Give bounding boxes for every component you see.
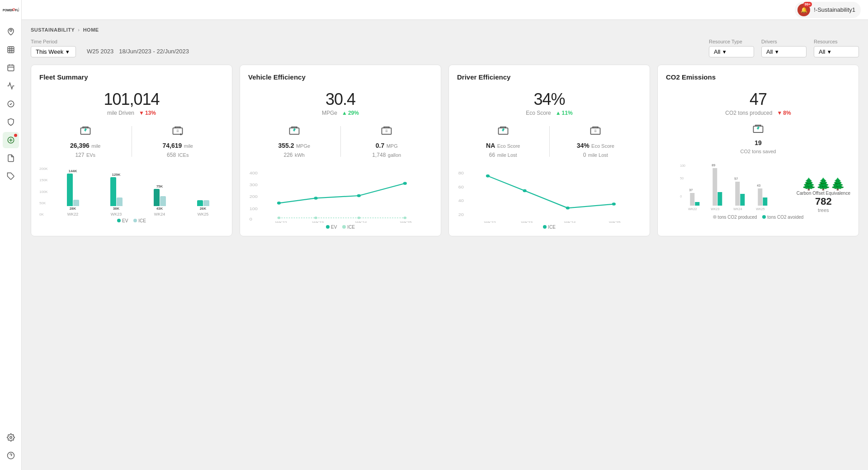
time-period-value: This Week	[36, 48, 63, 55]
vehicle-chart: 400 300 200 100 0	[248, 167, 433, 230]
svg-rect-16	[382, 128, 392, 134]
ev-icon	[79, 124, 92, 140]
badge-nav-icon[interactable]	[3, 96, 19, 112]
trees-value: 782	[815, 196, 832, 207]
svg-text:0: 0	[250, 217, 253, 221]
svg-point-25	[403, 182, 407, 185]
co2-main-unit: CO2 tons produced ▼ 8%	[666, 110, 850, 116]
dashboard-grid: Fleet Summary 101,014 mile Driven ▼ 13%	[31, 65, 859, 236]
chevron-icon2: ▾	[775, 48, 778, 55]
filters-right: Resource Type All ▾ Drivers All ▾ Resour…	[709, 39, 859, 57]
co2-title: CO2 Emissions	[666, 73, 850, 81]
svg-rect-58	[758, 188, 762, 206]
svg-rect-55	[717, 192, 722, 206]
drivers-label: Drivers	[761, 39, 807, 44]
svg-text:60: 60	[458, 185, 464, 189]
calendar-nav-icon[interactable]	[3, 60, 19, 76]
vehicle-sub-metrics: 355.2 MPGe 226 kWh	[248, 124, 433, 159]
co2-chart: 100 50 0	[666, 161, 850, 230]
map-nav-icon[interactable]	[3, 42, 19, 58]
time-period-label: Time Period	[31, 39, 76, 44]
chevron-icon: ▾	[723, 48, 726, 55]
resource-type-filter: Resource Type All ▾	[709, 39, 754, 57]
svg-point-22	[277, 202, 281, 205]
svg-text:POWER: POWER	[3, 9, 14, 12]
app-logo: POWER FLEET ®	[3, 5, 19, 15]
topbar: 🔔 99+ !-Sustainability1	[22, 0, 868, 20]
svg-rect-53	[695, 202, 699, 206]
co2-trees: 🌲🌲🌲 Carbon Offset Equivalence 782 trees	[797, 178, 850, 213]
svg-text:50: 50	[680, 177, 684, 180]
tree-icons: 🌲🌲🌲	[802, 178, 845, 190]
svg-point-42	[566, 207, 570, 210]
svg-rect-5	[8, 47, 14, 53]
chevron-icon3: ▾	[828, 48, 831, 55]
svg-point-40	[486, 174, 490, 178]
svg-text:100: 100	[680, 164, 685, 167]
svg-rect-57	[740, 194, 745, 206]
sustainability-nav-icon[interactable]	[3, 132, 19, 148]
fleet-legend: EV ICE	[39, 218, 224, 223]
vehicle-ice-icon	[380, 124, 393, 140]
svg-point-10	[9, 437, 12, 439]
vehicle-efficiency-title: Vehicle Efficiency	[248, 73, 433, 81]
shield-nav-icon[interactable]	[3, 114, 19, 130]
resources-label: Resources	[814, 39, 859, 44]
driver-main-value: 34%	[457, 90, 642, 109]
sidebar-bottom	[3, 428, 19, 465]
ice-icon	[171, 124, 184, 140]
drivers-select[interactable]: All ▾	[761, 46, 807, 57]
driver-change: ▲ 11%	[556, 110, 573, 116]
vehicle-change: ▲ 29%	[342, 110, 359, 116]
fleet-main-unit: mile Driven ▼ 13%	[39, 110, 224, 116]
svg-point-27	[314, 216, 317, 219]
driver-main-unit: Eco Score ▲ 11%	[457, 110, 642, 116]
vehicle-main-metric: 30.4 MPGe ▲ 29%	[248, 90, 433, 116]
fleet-summary-card: Fleet Summary 101,014 mile Driven ▼ 13%	[31, 65, 232, 236]
svg-text:WK22: WK22	[484, 221, 496, 223]
analytics-nav-icon[interactable]	[3, 78, 19, 94]
svg-text:WK23: WK23	[711, 207, 719, 211]
svg-text:WK23: WK23	[312, 221, 324, 223]
breadcrumb-current: HOME	[83, 27, 99, 33]
svg-rect-13	[173, 128, 183, 134]
co2-legend: tons CO2 produced tons CO2 avoided	[666, 215, 850, 220]
vehicle-main-unit: MPGe ▲ 29%	[248, 110, 433, 116]
home-nav-icon[interactable]	[3, 24, 19, 40]
drivers-value: All	[766, 48, 773, 55]
resources-select[interactable]: All ▾	[814, 46, 859, 57]
co2-saved-icon	[666, 122, 850, 138]
svg-text:WK22: WK22	[688, 207, 697, 211]
resource-type-select[interactable]: All ▾	[709, 46, 754, 57]
driver-ev-icon	[497, 124, 509, 140]
week-info: W25 2023 18/Jun/2023 - 22/Jun/2023	[87, 48, 189, 57]
filters-bar: Time Period This Week ▾ W25 2023 18/Jun/…	[31, 39, 859, 57]
breadcrumb: SUSTAINABILITY › HOME	[31, 27, 859, 33]
vehicle-efficiency-card: Vehicle Efficiency 30.4 MPGe ▲ 29%	[240, 65, 441, 236]
svg-point-41	[523, 189, 527, 193]
user-badge[interactable]: 🔔 99+ !-Sustainability1	[795, 2, 861, 18]
driver-sub-metrics: NA Eco Score 66 mile Lost	[457, 124, 642, 159]
svg-text:200: 200	[250, 194, 258, 199]
settings-nav-icon[interactable]	[3, 429, 19, 446]
svg-text:80: 80	[458, 171, 464, 175]
svg-text:WK23: WK23	[521, 221, 533, 223]
driver-ice-icon	[589, 124, 602, 140]
svg-point-29	[403, 216, 406, 219]
help-nav-icon[interactable]	[3, 447, 19, 464]
avatar: 🔔 99+	[797, 4, 810, 16]
resource-type-value: All	[714, 48, 720, 55]
week-code: W25 2023	[87, 48, 113, 55]
svg-text:57: 57	[734, 177, 738, 180]
vehicle-ice-metric: 0.7 MPG 1,748 gallon	[341, 124, 433, 159]
svg-rect-35	[591, 128, 600, 134]
svg-text:300: 300	[250, 183, 258, 187]
sidebar: POWER FLEET ®	[0, 0, 22, 470]
svg-rect-52	[690, 193, 694, 206]
reports-nav-icon[interactable]	[3, 150, 19, 166]
tags-nav-icon[interactable]	[3, 168, 19, 184]
svg-rect-54	[712, 168, 717, 206]
time-period-select[interactable]: This Week ▾	[31, 46, 76, 57]
vehicle-legend: EV ICE	[248, 225, 433, 230]
vehicle-ev-icon	[288, 124, 301, 140]
